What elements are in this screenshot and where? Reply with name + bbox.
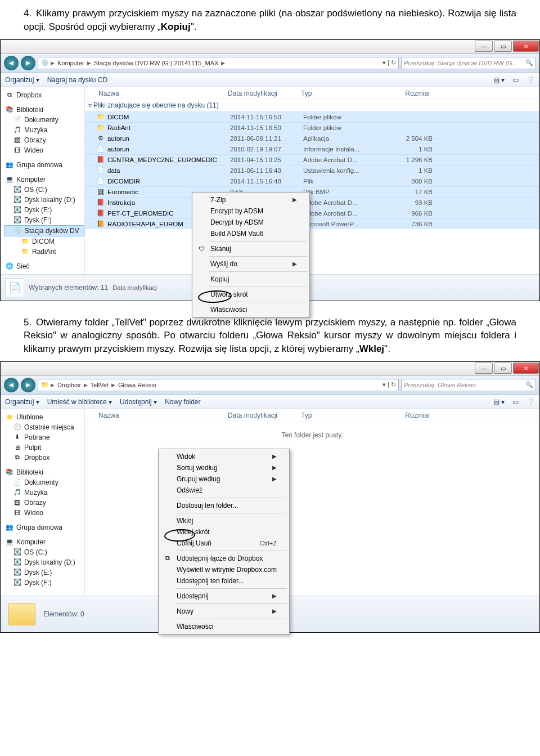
group-header[interactable]: ▿Pliki znajdujące się obecnie na dysku (… (85, 99, 539, 111)
forward-button[interactable]: ► (21, 378, 35, 392)
menu-share[interactable]: Udostępnij▶ (160, 591, 288, 602)
menu-scan[interactable]: 🛡Skanuj (194, 243, 308, 254)
sidebar-item-homegroup[interactable]: 👥Grupa domowa (4, 160, 84, 170)
sidebar-item-libraries[interactable]: 📚Biblioteki (4, 105, 84, 115)
sidebar-item-libraries[interactable]: 📚Biblioteki (4, 467, 84, 477)
sidebar-item-dropbox[interactable]: ⧉Dropbox (4, 453, 84, 463)
menu-properties[interactable]: Właściwości (194, 304, 308, 315)
sidebar-item-dicom[interactable]: 📁DICOM (4, 236, 84, 247)
help-icon[interactable]: ❔ (526, 398, 535, 406)
menu-7zip[interactable]: 7-Zip▶ (194, 194, 308, 205)
sidebar-item-network[interactable]: 🌐Sieć (4, 261, 84, 271)
refresh-icon[interactable]: ▾ | ↻ (382, 59, 396, 66)
preview-pane-icon[interactable]: ▭ (512, 398, 519, 406)
sidebar-item-recent[interactable]: 🕘Ostatnie miejsca (4, 422, 84, 432)
sidebar-item-desktop[interactable]: 🖥Pulpit (4, 442, 84, 453)
table-row[interactable]: 📕PET-CT_EUROMEDIC0:25Adobe Acrobat D...9… (85, 208, 539, 218)
file-list-pane[interactable]: Nazwa Data modyfikacji Typ Rozmiar ▿Plik… (85, 87, 539, 274)
sidebar-item-documents[interactable]: 📄Dokumenty (4, 115, 84, 125)
menu-customize-folder[interactable]: Dostosuj ten folder... (160, 500, 288, 511)
share-menu[interactable]: Udostępnij ▾ (120, 398, 157, 406)
sidebar-item-dvd-drive[interactable]: 💿Stacja dysków DV (4, 225, 84, 236)
table-row[interactable]: 🖼Euromedic0:58Plik BMP17 KB (85, 186, 539, 197)
menu-new[interactable]: Nowy▶ (160, 606, 288, 617)
title-bar[interactable]: — ▭ ✕ (1, 40, 539, 53)
menu-dropbox-view-web[interactable]: Wyświetl w witrynie Dropbox.com (160, 564, 288, 575)
sidebar-item-video[interactable]: 🎞Wideo (4, 145, 84, 155)
menu-sort-by[interactable]: Sortuj według▶ (160, 462, 288, 473)
search-input[interactable]: Przeszukaj: Głowa Reksio 🔍 (401, 379, 536, 391)
preview-pane-icon[interactable]: ▭ (512, 76, 519, 84)
burn-cd-button[interactable]: Nagraj na dysku CD (47, 76, 107, 84)
maximize-button[interactable]: ▭ (494, 363, 512, 374)
table-row[interactable]: 📁DICOM2014-11-15 16:50Folder plików (85, 111, 539, 122)
sidebar-item-computer[interactable]: 💻Komputer (4, 537, 84, 547)
table-row[interactable]: 📕Instrukcja9:54Adobe Acrobat D...93 KB (85, 197, 539, 208)
menu-send-to[interactable]: Wyślij do▶ (194, 258, 308, 270)
search-input[interactable]: Przeszukaj: Stacja dysków DVD RW (G... 🔍 (401, 57, 536, 69)
minimize-button[interactable]: — (475, 363, 493, 374)
menu-build-vault[interactable]: Build ADSM Vault (194, 228, 308, 239)
column-headers[interactable]: Nazwa Data modyfikacji Typ Rozmiar (85, 87, 539, 99)
sidebar-item-disk-d[interactable]: 💽Dysk lokalny (D:) (4, 195, 84, 205)
minimize-button[interactable]: — (475, 41, 493, 52)
sidebar-item-homegroup[interactable]: 👥Grupa domowa (4, 522, 84, 533)
sidebar-item-music[interactable]: 🎵Muzyka (4, 125, 84, 135)
menu-create-shortcut[interactable]: Utwórz skrót (194, 289, 308, 300)
menu-decrypt-adsm[interactable]: Decrypt by ADSM (194, 217, 308, 228)
back-button[interactable]: ◄ (4, 378, 19, 392)
menu-dropbox-share-folder[interactable]: Udostępnij ten folder... (160, 575, 288, 587)
sidebar-item-images[interactable]: 🖼Obrazy (4, 498, 84, 508)
new-folder-button[interactable]: Nowy folder (165, 398, 200, 406)
sidebar-item-music[interactable]: 🎵Muzyka (4, 487, 84, 498)
table-row[interactable]: ⚙autorun2011-06-08 11:21Aplikacja2 504 K… (85, 133, 539, 144)
sidebar-item-os-c[interactable]: 💽OS (C:) (4, 185, 84, 195)
view-options-icon[interactable]: ▤ ▾ (493, 76, 505, 84)
sidebar-item-documents[interactable]: 📄Dokumenty (4, 477, 84, 487)
column-headers[interactable]: Nazwa Data modyfikacji Typ Rozmiar (85, 409, 539, 421)
sidebar-item-disk-d[interactable]: 💽Dysk lokalny (D:) (4, 557, 84, 567)
help-icon[interactable]: ❔ (526, 76, 535, 84)
sidebar-item-downloads[interactable]: ⬇Pobrane (4, 432, 84, 442)
sidebar-item-images[interactable]: 🖼Obrazy (4, 135, 84, 145)
back-button[interactable]: ◄ (4, 56, 19, 70)
sidebar-item-favorites[interactable]: ⭐Ulubione (4, 412, 84, 422)
title-bar[interactable]: — ▭ ✕ (1, 362, 539, 375)
close-button[interactable]: ✕ (513, 363, 539, 374)
view-options-icon[interactable]: ▤ ▾ (493, 398, 505, 406)
table-row[interactable]: 📁RadiAnt2014-11-15 16:50Folder plików (85, 122, 539, 133)
breadcrumb[interactable]: 📁 ▶ Dropbox ▶ TellVet ▶ Głowa Reksio ▾ |… (38, 379, 399, 391)
sidebar-item-disk-f[interactable]: 💽Dysk (F:) (4, 215, 84, 225)
sidebar-item-computer[interactable]: 💻Komputer (4, 175, 84, 185)
table-row[interactable]: 📕CENTRA_MEDYCZNE_EUROMEDIC2011-04-15 10:… (85, 154, 539, 165)
breadcrumb[interactable]: 💿 ▶ Komputer ▶ Stacja dysków DVD RW (G:)… (38, 57, 399, 69)
close-button[interactable]: ✕ (513, 41, 539, 52)
menu-group-by[interactable]: Grupuj według▶ (160, 473, 288, 485)
table-row[interactable]: 📄data2011-06-11 16:40Ustawienia konfig..… (85, 165, 539, 176)
menu-properties[interactable]: Właściwości (160, 621, 288, 632)
menu-dropbox-share-link[interactable]: ⧉Udostępnij łącze do Dropbox (160, 553, 288, 564)
sidebar-item-video[interactable]: 🎞Wideo (4, 508, 84, 518)
include-in-library-menu[interactable]: Umieść w bibliotece ▾ (47, 398, 112, 406)
sidebar-item-disk-f[interactable]: 💽Dysk (F:) (4, 578, 84, 588)
maximize-button[interactable]: ▭ (494, 41, 512, 52)
organize-menu[interactable]: Organizuj ▾ (5, 76, 39, 84)
table-row[interactable]: 📄autorun2010-02-19 19:07Informacje Insta… (85, 144, 539, 154)
menu-encrypt-adsm[interactable]: Encrypt by ADSM (194, 205, 308, 217)
menu-undo-delete[interactable]: Cofnij UsuńCtrl+Z (160, 538, 288, 549)
forward-button[interactable]: ► (21, 56, 35, 70)
sidebar-item-os-c[interactable]: 💽OS (C:) (4, 547, 84, 557)
menu-paste[interactable]: Wklej (160, 515, 288, 526)
refresh-icon[interactable]: ▾ | ↻ (382, 381, 396, 388)
table-row[interactable]: 📄DICOMDIR2014-11-15 16:48Plik800 KB (85, 176, 539, 186)
menu-copy[interactable]: Kopiuj (194, 274, 308, 285)
menu-view[interactable]: Widok▶ (160, 451, 288, 462)
menu-paste-shortcut[interactable]: Wklej skrót (160, 526, 288, 538)
sidebar-item-disk-e[interactable]: 💽Dysk (E:) (4, 567, 84, 578)
sidebar-item-disk-e[interactable]: 💽Dysk (E:) (4, 205, 84, 215)
file-list-pane[interactable]: Nazwa Data modyfikacji Typ Rozmiar Ten f… (85, 409, 539, 596)
sidebar-item-radiant[interactable]: 📁RadiAnt (4, 247, 84, 257)
organize-menu[interactable]: Organizuj ▾ (5, 398, 39, 406)
menu-refresh[interactable]: Odśwież (160, 485, 288, 496)
table-row[interactable]: 📙RADIOTERAPIA_EUROM0:25Microsoft PowerP.… (85, 218, 539, 229)
